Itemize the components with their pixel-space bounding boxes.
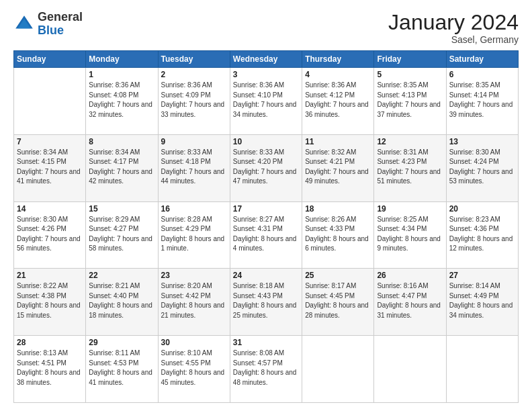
cell-3-6: 27 Sunrise: 8:14 AMSunset: 4:49 PMDaylig…: [446, 269, 518, 336]
col-tuesday: Tuesday: [158, 51, 230, 68]
day-number: 27: [449, 271, 515, 280]
cell-2-0: 14 Sunrise: 8:30 AMSunset: 4:26 PMDaylig…: [14, 201, 86, 269]
day-info: Sunrise: 8:21 AMSunset: 4:40 PMDaylight:…: [89, 281, 154, 320]
day-info: Sunrise: 8:22 AMSunset: 4:38 PMDaylight:…: [17, 281, 83, 320]
day-number: 2: [161, 70, 227, 79]
day-number: 8: [89, 137, 154, 146]
day-info: Sunrise: 8:23 AMSunset: 4:36 PMDaylight:…: [449, 215, 515, 254]
title-block: January 2024 Sasel, Germany: [388, 11, 519, 45]
week-row-1: 7 Sunrise: 8:34 AMSunset: 4:15 PMDayligh…: [14, 134, 519, 201]
day-number: 16: [161, 204, 227, 214]
logo-general-text: General: [38, 10, 83, 24]
day-info: Sunrise: 8:34 AMSunset: 4:15 PMDaylight:…: [17, 148, 83, 187]
col-thursday: Thursday: [302, 51, 374, 68]
col-wednesday: Wednesday: [230, 51, 302, 68]
cell-0-2: 2 Sunrise: 8:36 AMSunset: 4:09 PMDayligh…: [158, 68, 230, 135]
cell-4-1: 29 Sunrise: 8:11 AMSunset: 4:53 PMDaylig…: [86, 336, 158, 403]
day-info: Sunrise: 8:35 AMSunset: 4:14 PMDaylight:…: [449, 81, 515, 120]
logo-icon: [13, 13, 35, 35]
cell-4-6: [446, 336, 518, 403]
day-number: 31: [233, 338, 299, 347]
day-number: 3: [233, 70, 299, 79]
day-number: 14: [17, 204, 83, 214]
cell-0-3: 3 Sunrise: 8:36 AMSunset: 4:10 PMDayligh…: [230, 68, 302, 135]
day-info: Sunrise: 8:17 AMSunset: 4:45 PMDaylight:…: [305, 281, 371, 320]
day-info: Sunrise: 8:31 AMSunset: 4:23 PMDaylight:…: [377, 148, 443, 187]
cell-0-6: 6 Sunrise: 8:35 AMSunset: 4:14 PMDayligh…: [446, 68, 518, 135]
day-number: 24: [233, 271, 299, 280]
day-number: 28: [17, 338, 83, 347]
day-number: 30: [161, 338, 227, 347]
week-row-2: 14 Sunrise: 8:30 AMSunset: 4:26 PMDaylig…: [14, 201, 519, 269]
day-number: 6: [449, 70, 515, 79]
day-info: Sunrise: 8:30 AMSunset: 4:24 PMDaylight:…: [449, 148, 515, 187]
cell-4-3: 31 Sunrise: 8:08 AMSunset: 4:57 PMDaylig…: [230, 336, 302, 403]
day-info: Sunrise: 8:16 AMSunset: 4:47 PMDaylight:…: [377, 281, 443, 320]
cell-2-4: 18 Sunrise: 8:26 AMSunset: 4:33 PMDaylig…: [302, 201, 374, 269]
header: General Blue January 2024 Sasel, Germany: [13, 11, 519, 45]
day-number: 20: [449, 204, 515, 214]
day-info: Sunrise: 8:36 AMSunset: 4:09 PMDaylight:…: [161, 81, 227, 120]
day-info: Sunrise: 8:32 AMSunset: 4:21 PMDaylight:…: [305, 148, 371, 187]
col-friday: Friday: [374, 51, 446, 68]
day-info: Sunrise: 8:36 AMSunset: 4:08 PMDaylight:…: [89, 81, 154, 120]
week-row-0: 1 Sunrise: 8:36 AMSunset: 4:08 PMDayligh…: [14, 68, 519, 135]
day-number: 13: [449, 137, 515, 146]
cell-1-2: 9 Sunrise: 8:33 AMSunset: 4:18 PMDayligh…: [158, 134, 230, 201]
cell-1-1: 8 Sunrise: 8:34 AMSunset: 4:17 PMDayligh…: [86, 134, 158, 201]
day-number: 29: [89, 338, 154, 347]
cell-3-1: 22 Sunrise: 8:21 AMSunset: 4:40 PMDaylig…: [86, 269, 158, 336]
page: General Blue January 2024 Sasel, Germany…: [0, 0, 532, 411]
col-saturday: Saturday: [446, 51, 518, 68]
cell-1-0: 7 Sunrise: 8:34 AMSunset: 4:15 PMDayligh…: [14, 134, 86, 201]
day-number: 17: [233, 204, 299, 214]
cell-0-4: 4 Sunrise: 8:36 AMSunset: 4:12 PMDayligh…: [302, 68, 374, 135]
cell-2-2: 16 Sunrise: 8:28 AMSunset: 4:29 PMDaylig…: [158, 201, 230, 269]
day-number: 25: [305, 271, 371, 280]
cell-0-5: 5 Sunrise: 8:35 AMSunset: 4:13 PMDayligh…: [374, 68, 446, 135]
day-info: Sunrise: 8:36 AMSunset: 4:12 PMDaylight:…: [305, 81, 371, 120]
day-info: Sunrise: 8:25 AMSunset: 4:34 PMDaylight:…: [377, 215, 443, 254]
day-info: Sunrise: 8:27 AMSunset: 4:31 PMDaylight:…: [233, 215, 299, 254]
cell-4-5: [374, 336, 446, 403]
day-number: 18: [305, 204, 371, 214]
week-row-4: 28 Sunrise: 8:13 AMSunset: 4:51 PMDaylig…: [14, 336, 519, 403]
day-info: Sunrise: 8:30 AMSunset: 4:26 PMDaylight:…: [17, 215, 83, 254]
logo-text: General Blue: [38, 11, 83, 38]
page-subtitle: Sasel, Germany: [388, 34, 519, 45]
cell-4-4: [302, 336, 374, 403]
cell-1-5: 12 Sunrise: 8:31 AMSunset: 4:23 PMDaylig…: [374, 134, 446, 201]
day-number: 1: [89, 70, 154, 79]
day-number: 11: [305, 137, 371, 146]
cell-0-1: 1 Sunrise: 8:36 AMSunset: 4:08 PMDayligh…: [86, 68, 158, 135]
day-info: Sunrise: 8:14 AMSunset: 4:49 PMDaylight:…: [449, 281, 515, 320]
cell-2-1: 15 Sunrise: 8:29 AMSunset: 4:27 PMDaylig…: [86, 201, 158, 269]
day-number: 7: [17, 137, 83, 146]
day-number: 19: [377, 204, 443, 214]
day-number: 9: [161, 137, 227, 146]
cell-1-3: 10 Sunrise: 8:33 AMSunset: 4:20 PMDaylig…: [230, 134, 302, 201]
day-number: 22: [89, 271, 154, 280]
day-info: Sunrise: 8:36 AMSunset: 4:10 PMDaylight:…: [233, 81, 299, 120]
cell-2-3: 17 Sunrise: 8:27 AMSunset: 4:31 PMDaylig…: [230, 201, 302, 269]
cell-1-6: 13 Sunrise: 8:30 AMSunset: 4:24 PMDaylig…: [446, 134, 518, 201]
calendar-table: Sunday Monday Tuesday Wednesday Thursday…: [13, 50, 519, 403]
day-info: Sunrise: 8:28 AMSunset: 4:29 PMDaylight:…: [161, 215, 227, 254]
day-number: 4: [305, 70, 371, 79]
day-number: 26: [377, 271, 443, 280]
page-title: January 2024: [388, 11, 519, 34]
day-number: 15: [89, 204, 154, 214]
cell-3-5: 26 Sunrise: 8:16 AMSunset: 4:47 PMDaylig…: [374, 269, 446, 336]
day-info: Sunrise: 8:20 AMSunset: 4:42 PMDaylight:…: [161, 281, 227, 320]
day-number: 12: [377, 137, 443, 146]
day-info: Sunrise: 8:18 AMSunset: 4:43 PMDaylight:…: [233, 281, 299, 320]
day-info: Sunrise: 8:33 AMSunset: 4:18 PMDaylight:…: [161, 148, 227, 187]
cell-2-5: 19 Sunrise: 8:25 AMSunset: 4:34 PMDaylig…: [374, 201, 446, 269]
cell-3-0: 21 Sunrise: 8:22 AMSunset: 4:38 PMDaylig…: [14, 269, 86, 336]
logo: General Blue: [13, 11, 83, 38]
cell-3-2: 23 Sunrise: 8:20 AMSunset: 4:42 PMDaylig…: [158, 269, 230, 336]
day-info: Sunrise: 8:10 AMSunset: 4:55 PMDaylight:…: [161, 349, 227, 387]
cell-4-2: 30 Sunrise: 8:10 AMSunset: 4:55 PMDaylig…: [158, 336, 230, 403]
cell-2-6: 20 Sunrise: 8:23 AMSunset: 4:36 PMDaylig…: [446, 201, 518, 269]
day-info: Sunrise: 8:34 AMSunset: 4:17 PMDaylight:…: [89, 148, 154, 187]
